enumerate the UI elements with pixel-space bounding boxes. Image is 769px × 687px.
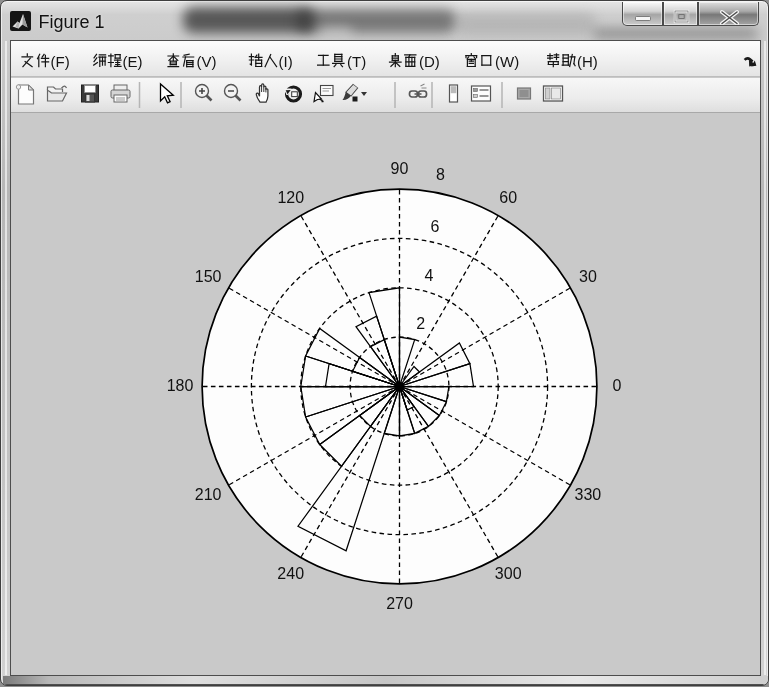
svg-text:210: 210: [195, 486, 222, 503]
svg-text:30: 30: [579, 268, 597, 285]
svg-text:8: 8: [436, 166, 445, 183]
svg-text:270: 270: [386, 595, 413, 612]
svg-text:6: 6: [431, 218, 440, 235]
svg-text:330: 330: [575, 486, 602, 503]
svg-text:150: 150: [195, 268, 222, 285]
svg-text:240: 240: [277, 565, 304, 582]
svg-text:4: 4: [425, 267, 434, 284]
svg-text:60: 60: [499, 189, 517, 206]
svg-text:180: 180: [167, 377, 194, 394]
svg-text:0: 0: [613, 377, 622, 394]
svg-text:120: 120: [277, 189, 304, 206]
svg-text:90: 90: [391, 160, 409, 177]
svg-text:2: 2: [416, 315, 425, 332]
svg-text:300: 300: [495, 565, 522, 582]
